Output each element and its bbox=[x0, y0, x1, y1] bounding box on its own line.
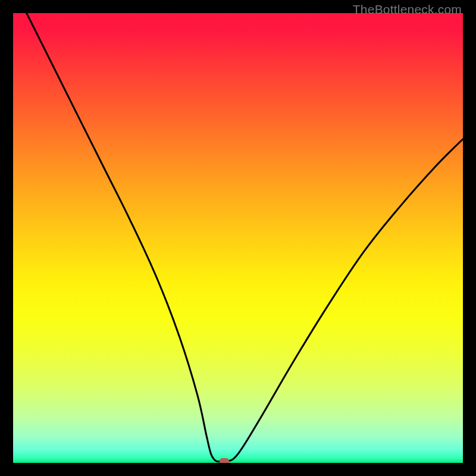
bottleneck-curve bbox=[27, 13, 463, 462]
plot-area bbox=[13, 13, 463, 463]
watermark-text: TheBottleneck.com bbox=[353, 2, 462, 17]
optimum-marker bbox=[220, 458, 229, 463]
chart-frame: TheBottleneck.com bbox=[0, 0, 476, 476]
curve-svg bbox=[13, 13, 463, 463]
